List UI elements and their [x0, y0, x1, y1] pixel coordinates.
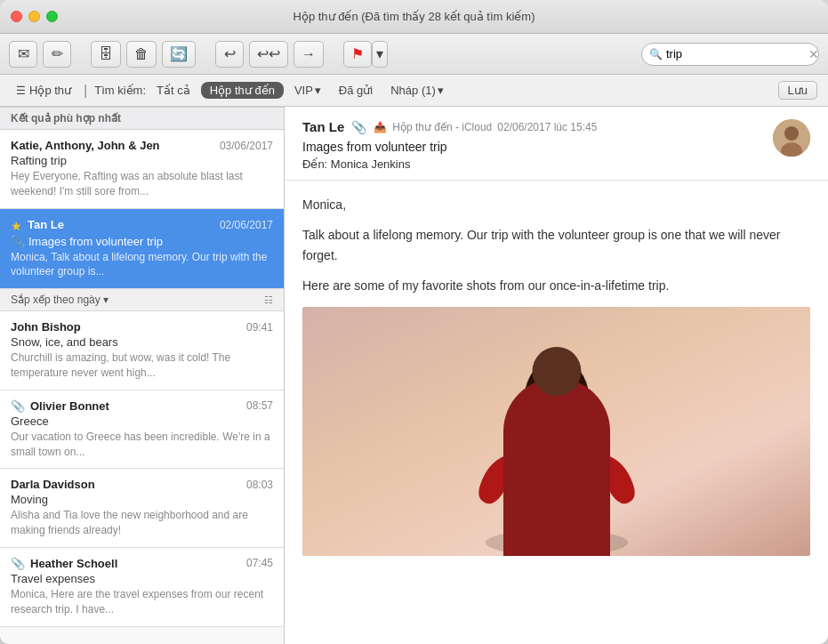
flag-button[interactable]: ⚑ [343, 41, 372, 68]
search-icon: 🔍 [649, 48, 663, 60]
email-sender-4: Olivier Bonnet [30, 399, 109, 413]
flag-dropdown[interactable]: ▾ [372, 41, 388, 68]
email-sender-3: John Bishop [11, 320, 81, 334]
svg-point-7 [528, 360, 585, 410]
email-date-3: 09:41 [246, 321, 273, 334]
detail-meta: 📤 Hộp thư đến - iCloud 02/06/2017 lúc 15… [374, 121, 597, 133]
minimize-button[interactable] [28, 11, 40, 22]
drafts-chevron-icon: ▾ [438, 84, 444, 97]
email-item-6[interactable]: 📎 Heather Schoell 07:45 Travel expenses … [0, 548, 284, 627]
sort-filter-icon[interactable]: ☷ [264, 294, 273, 306]
email-date-2: 02/06/2017 [220, 219, 273, 231]
detail-to-name: Monica Jenkins [331, 157, 411, 171]
mailbox-filter-button[interactable]: ☰ Hộp thư [11, 82, 76, 99]
detail-to: Đến: Monica Jenkins [302, 157, 597, 171]
email-preview-6: Monica, Here are the travel expenses fro… [11, 587, 273, 617]
compose-button[interactable]: ✏ [43, 41, 71, 68]
vip-chevron-icon: ▾ [315, 84, 321, 97]
filter-all[interactable]: Tất cả [149, 82, 197, 99]
star-icon: ★ [11, 219, 22, 233]
detail-attachment-icon: 📎 [351, 120, 366, 134]
email-item-5[interactable]: Darla Davidson 08:03 Moving Alisha and T… [0, 469, 284, 548]
email-detail: Tan Le 📎 📤 Hộp thư đến - iCloud 02/06/20… [285, 107, 828, 644]
email-item-2[interactable]: ★ Tan Le 02/06/2017 📎 Images from volunt… [0, 209, 284, 290]
email-preview-3: Churchill is amazing, but wow, was it co… [11, 350, 273, 381]
email-sender-6: Heather Schoell [30, 557, 117, 570]
email-subject-6: Travel expenses [11, 572, 273, 585]
filter-inbox[interactable]: Hộp thư đến [201, 82, 284, 99]
email-date-5: 08:03 [246, 479, 273, 491]
svg-rect-5 [547, 409, 567, 436]
mailbox-button[interactable]: ✉ [9, 41, 37, 68]
avatar [773, 119, 810, 157]
svg-point-1 [784, 126, 799, 141]
close-button[interactable] [11, 11, 22, 22]
search-input[interactable] [666, 47, 808, 60]
traffic-lights [11, 11, 58, 22]
attachment-icon-4: 📎 [11, 399, 25, 413]
folder-icon: 📤 [374, 121, 387, 133]
reply-button[interactable]: ↩ [215, 41, 244, 68]
email-subject-2: Images from volunteer trip [28, 235, 163, 248]
email-sender-5: Darla Davidson [11, 478, 95, 491]
toolbar: ✉ ✏ 🗄 🗑 🔄 ↩ ↩↩ → ⚑ ▾ 🔍 ✕ [0, 34, 828, 75]
body-para2: Here are some of my favorite shots from … [302, 276, 810, 295]
detail-folder: Hộp thư đến - iCloud [392, 121, 492, 133]
email-list: Kết quả phù hợp nhất Katie, Anthony, Joh… [0, 107, 285, 644]
filterbar: ☰ Hộp thư | Tìm kiếm: Tất cả Hộp thư đến… [0, 75, 828, 107]
email-photo [302, 307, 810, 556]
email-subject-5: Moving [11, 493, 273, 506]
detail-body: Monica, Talk about a lifelong memory. Ou… [285, 181, 828, 644]
maximize-button[interactable] [46, 11, 58, 22]
delete-button[interactable]: 🗑 [126, 41, 157, 68]
detail-header: Tan Le 📎 📤 Hộp thư đến - iCloud 02/06/20… [285, 107, 828, 181]
detail-sender-name: Tan Le [302, 119, 344, 134]
email-sender-1: Katie, Anthony, John & Jen [11, 139, 160, 152]
reply-all-button[interactable]: ↩↩ [249, 41, 288, 68]
mailbox-icon: ☰ [16, 85, 26, 97]
forward-button[interactable]: → [293, 41, 324, 68]
svg-point-6 [525, 360, 589, 431]
filter-vip[interactable]: VIP ▾ [287, 82, 328, 99]
sort-label[interactable]: Sắp xếp theo ngày ▾ [11, 294, 109, 306]
email-sender-2: Tan Le [28, 218, 64, 231]
svg-rect-3 [302, 307, 810, 556]
main-content: Kết quả phù hợp nhất Katie, Anthony, Joh… [0, 107, 828, 644]
email-item-1[interactable]: Katie, Anthony, John & Jen 03/06/2017 Ra… [0, 130, 284, 209]
email-subject-3: Snow, ice, and bears [11, 335, 273, 349]
email-date-4: 08:57 [246, 399, 273, 412]
email-date-6: 07:45 [246, 557, 273, 569]
titlebar: Hộp thư đến (Đã tìm thấy 28 kết quả tìm … [0, 0, 828, 34]
sort-chevron-icon: ▾ [103, 294, 109, 306]
svg-point-4 [486, 529, 628, 556]
search-clear-button[interactable]: ✕ [808, 47, 819, 61]
filter-sent[interactable]: Đã gửi [332, 82, 380, 99]
email-date-1: 03/06/2017 [220, 140, 273, 152]
filter-drafts[interactable]: Nháp (1) ▾ [383, 82, 451, 99]
archive-button[interactable]: 🗄 [91, 41, 121, 68]
search-label: Tìm kiếm: [94, 84, 146, 97]
email-item-4[interactable]: 📎 Olivier Bonnet 08:57 Greece Our vacati… [0, 390, 284, 470]
email-subject-4: Greece [11, 415, 273, 428]
search-box: 🔍 ✕ [641, 43, 819, 66]
move-button[interactable]: 🔄 [162, 41, 196, 68]
mail-window: Hộp thư đến (Đã tìm thấy 28 kết quả tìm … [0, 0, 828, 644]
body-greeting: Monica, [302, 195, 810, 214]
attachment-icon-6: 📎 [11, 557, 25, 570]
email-subject-1: Rafting trip [11, 154, 273, 167]
body-para1: Talk about a lifelong memory. Our trip w… [302, 225, 810, 265]
mailbox-label: Hộp thư [29, 84, 71, 97]
detail-subject: Images from volunteer trip [302, 140, 597, 154]
attachment-icon-2: 📎 [11, 235, 25, 248]
email-preview-5: Alisha and Tia love the new neighborhood… [11, 508, 273, 538]
email-preview-4: Our vacation to Greece has been incredib… [11, 430, 273, 460]
email-preview-2: Monica, Talk about a lifelong memory. Ou… [11, 250, 273, 280]
email-item-3[interactable]: John Bishop 09:41 Snow, ice, and bears C… [0, 311, 284, 390]
email-preview-1: Hey Everyone, Rafting was an absolute bl… [11, 169, 273, 199]
detail-date: 02/06/2017 lúc 15:45 [497, 121, 597, 133]
save-search-button[interactable]: Lưu [778, 81, 817, 100]
sort-bar: Sắp xếp theo ngày ▾ ☷ [0, 289, 284, 311]
best-matches-header: Kết quả phù hợp nhất [0, 107, 284, 130]
window-title: Hộp thư đến (Đã tìm thấy 28 kết quả tìm … [293, 10, 535, 23]
